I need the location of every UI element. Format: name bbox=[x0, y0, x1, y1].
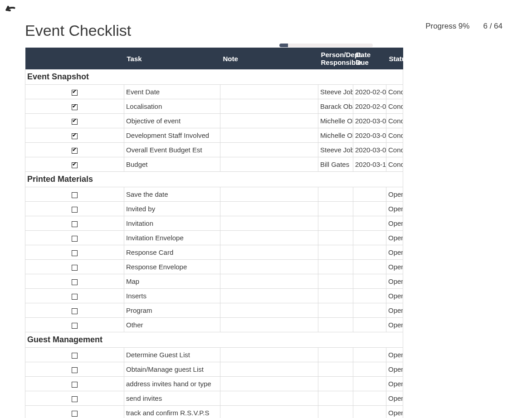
task-cell: Obtain/Manage guest List bbox=[124, 362, 220, 377]
person-cell bbox=[318, 303, 353, 318]
task-cell: Objective of event bbox=[124, 114, 220, 128]
status-cell: Concluded bbox=[386, 85, 403, 99]
checkbox[interactable] bbox=[72, 148, 78, 154]
table-row: Invited byOpened bbox=[25, 202, 403, 216]
person-cell bbox=[318, 260, 353, 274]
note-cell bbox=[220, 303, 318, 318]
person-cell bbox=[318, 245, 353, 260]
person-cell bbox=[318, 289, 353, 303]
note-cell bbox=[220, 202, 318, 216]
checkbox[interactable] bbox=[72, 396, 78, 402]
section-title: Event Snapshot bbox=[25, 69, 403, 85]
table-row: OtherOpened bbox=[25, 318, 403, 332]
person-cell: Bill Gates bbox=[318, 157, 353, 172]
note-cell bbox=[220, 157, 318, 172]
due-cell: 2020-02-03 bbox=[353, 99, 386, 114]
note-cell bbox=[220, 377, 318, 391]
status-cell: Opened bbox=[386, 231, 403, 245]
checkbox[interactable] bbox=[72, 133, 78, 139]
table-row: Objective of eventMichelle Obama2020-03-… bbox=[25, 114, 403, 128]
note-cell bbox=[220, 318, 318, 332]
checkbox[interactable] bbox=[72, 162, 78, 168]
due-cell bbox=[353, 391, 386, 406]
note-cell bbox=[220, 406, 318, 418]
person-cell bbox=[318, 348, 353, 362]
checkbox[interactable] bbox=[72, 308, 78, 314]
checkbox[interactable] bbox=[72, 90, 78, 96]
task-cell: Budget bbox=[124, 157, 220, 172]
task-cell: track and confirm R.S.V.P.S bbox=[124, 406, 220, 418]
table-row: MapOpened bbox=[25, 274, 403, 289]
table-row: Response EnvelopeOpened bbox=[25, 260, 403, 274]
back-arrow-icon[interactable] bbox=[5, 5, 16, 16]
note-cell bbox=[220, 85, 318, 99]
due-cell bbox=[353, 289, 386, 303]
person-cell: Steeve Jobs bbox=[318, 85, 353, 99]
due-cell: 2020-03-11 bbox=[353, 157, 386, 172]
due-cell bbox=[353, 260, 386, 274]
status-cell: Opened bbox=[386, 216, 403, 231]
status-cell: Opened bbox=[386, 362, 403, 377]
task-cell: address invites hand or type bbox=[124, 377, 220, 391]
checkbox[interactable] bbox=[72, 207, 78, 213]
due-cell bbox=[353, 274, 386, 289]
note-cell bbox=[220, 231, 318, 245]
checkbox[interactable] bbox=[72, 323, 78, 329]
checkbox[interactable] bbox=[72, 279, 78, 285]
table-row: Overall Event Budget EstSteeve Jobs2020-… bbox=[25, 143, 403, 157]
table-row: LocalisationBarack Obama2020-02-03Conclu… bbox=[25, 99, 403, 114]
status-cell: Concluded bbox=[386, 157, 403, 172]
status-cell: Opened bbox=[386, 289, 403, 303]
task-cell: send invites bbox=[124, 391, 220, 406]
col-person: Person/Dept. Responsible bbox=[318, 48, 353, 69]
note-cell bbox=[220, 245, 318, 260]
person-cell bbox=[318, 377, 353, 391]
task-cell: Event Date bbox=[124, 85, 220, 99]
checkbox[interactable] bbox=[72, 250, 78, 256]
table-row: InsertsOpened bbox=[25, 289, 403, 303]
status-cell: Opened bbox=[386, 348, 403, 362]
checkbox[interactable] bbox=[72, 192, 78, 198]
progress-label: Progress 9% bbox=[425, 22, 469, 31]
checkbox[interactable] bbox=[72, 236, 78, 242]
task-cell: Other bbox=[124, 318, 220, 332]
task-cell: Overall Event Budget Est bbox=[124, 143, 220, 157]
status-cell: Opened bbox=[386, 377, 403, 391]
note-cell bbox=[220, 99, 318, 114]
person-cell: Michelle Obama bbox=[318, 114, 353, 128]
status-cell: Opened bbox=[386, 187, 403, 202]
due-cell bbox=[353, 303, 386, 318]
note-cell bbox=[220, 114, 318, 128]
table-row: Event DateSteeve Jobs2020-02-01Concluded bbox=[25, 85, 403, 99]
checkbox[interactable] bbox=[72, 294, 78, 300]
section-title: Printed Materials bbox=[25, 172, 403, 187]
task-cell: Save the date bbox=[124, 187, 220, 202]
checkbox[interactable] bbox=[72, 411, 78, 417]
note-cell bbox=[220, 128, 318, 143]
section-title: Guest Management bbox=[25, 332, 403, 348]
task-cell: Determine Guest List bbox=[124, 348, 220, 362]
due-cell bbox=[353, 318, 386, 332]
col-note: Note bbox=[220, 48, 318, 69]
table-row: Save the dateOpened bbox=[25, 187, 403, 202]
checkbox[interactable] bbox=[72, 353, 78, 359]
due-cell bbox=[353, 202, 386, 216]
task-cell: Development Staff Involved bbox=[124, 128, 220, 143]
checkbox[interactable] bbox=[72, 119, 78, 125]
note-cell bbox=[220, 289, 318, 303]
checkbox[interactable] bbox=[72, 265, 78, 271]
checkbox[interactable] bbox=[72, 367, 78, 373]
status-cell: Opened bbox=[386, 245, 403, 260]
checkbox[interactable] bbox=[72, 221, 78, 227]
checkbox[interactable] bbox=[72, 104, 78, 110]
col-status: Status bbox=[386, 48, 403, 69]
due-cell: 2020-03-09 bbox=[353, 143, 386, 157]
col-task: Task bbox=[124, 48, 220, 69]
status-cell: Opened bbox=[386, 318, 403, 332]
person-cell bbox=[318, 362, 353, 377]
status-cell: Opened bbox=[386, 303, 403, 318]
task-cell: Invitation bbox=[124, 216, 220, 231]
note-cell bbox=[220, 362, 318, 377]
due-cell bbox=[353, 377, 386, 391]
checkbox[interactable] bbox=[72, 382, 78, 388]
